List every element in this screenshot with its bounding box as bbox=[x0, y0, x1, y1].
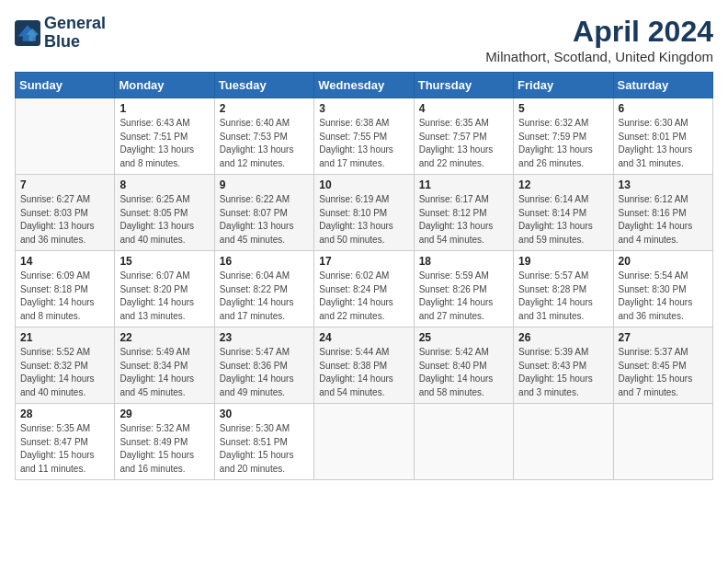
day-info: Sunrise: 6:32 AMSunset: 7:59 PMDaylight:… bbox=[518, 117, 608, 170]
calendar-day-cell: 14Sunrise: 6:09 AMSunset: 8:18 PMDayligh… bbox=[16, 251, 115, 327]
calendar-day-cell: 27Sunrise: 5:37 AMSunset: 8:45 PMDayligh… bbox=[613, 327, 712, 404]
day-number: 28 bbox=[20, 408, 109, 420]
calendar-day-cell: 8Sunrise: 6:25 AMSunset: 8:05 PMDaylight… bbox=[115, 175, 214, 251]
day-info: Sunrise: 5:54 AMSunset: 8:30 PMDaylight:… bbox=[619, 270, 708, 323]
day-number: 27 bbox=[619, 331, 708, 344]
col-header-monday: Monday bbox=[115, 73, 214, 98]
calendar-day-cell: 22Sunrise: 5:49 AMSunset: 8:34 PMDayligh… bbox=[115, 327, 214, 404]
logo-icon bbox=[15, 20, 40, 46]
calendar-day-cell: 28Sunrise: 5:35 AMSunset: 8:47 PMDayligh… bbox=[16, 404, 115, 480]
day-number: 17 bbox=[319, 255, 408, 268]
calendar-day-cell: 11Sunrise: 6:17 AMSunset: 8:12 PMDayligh… bbox=[414, 175, 513, 251]
location: Milnathort, Scotland, United Kingdom bbox=[485, 49, 713, 64]
day-number: 16 bbox=[220, 255, 309, 268]
calendar-week-row: 1Sunrise: 6:43 AMSunset: 7:51 PMDaylight… bbox=[16, 98, 713, 175]
day-info: Sunrise: 6:40 AMSunset: 7:53 PMDaylight:… bbox=[220, 117, 309, 170]
day-info: Sunrise: 6:07 AMSunset: 8:20 PMDaylight:… bbox=[119, 270, 209, 323]
col-header-friday: Friday bbox=[514, 73, 613, 98]
calendar-day-cell: 15Sunrise: 6:07 AMSunset: 8:20 PMDayligh… bbox=[115, 251, 214, 327]
day-info: Sunrise: 6:04 AMSunset: 8:22 PMDaylight:… bbox=[220, 270, 309, 323]
calendar-day-cell: 26Sunrise: 5:39 AMSunset: 8:43 PMDayligh… bbox=[514, 327, 613, 404]
calendar-day-cell: 4Sunrise: 6:35 AMSunset: 7:57 PMDaylight… bbox=[414, 98, 513, 175]
day-info: Sunrise: 5:35 AMSunset: 8:47 PMDaylight:… bbox=[20, 422, 109, 476]
calendar-day-cell: 9Sunrise: 6:22 AMSunset: 8:07 PMDaylight… bbox=[214, 175, 313, 251]
day-number: 12 bbox=[518, 178, 608, 191]
day-info: Sunrise: 5:57 AMSunset: 8:28 PMDaylight:… bbox=[518, 270, 608, 323]
day-number: 24 bbox=[319, 331, 408, 344]
month-title: April 2024 bbox=[485, 15, 713, 49]
day-info: Sunrise: 5:39 AMSunset: 8:43 PMDaylight:… bbox=[518, 346, 608, 399]
logo-line2: Blue bbox=[44, 33, 106, 52]
day-info: Sunrise: 5:52 AMSunset: 8:32 PMDaylight:… bbox=[20, 346, 109, 399]
day-info: Sunrise: 5:59 AMSunset: 8:26 PMDaylight:… bbox=[419, 270, 508, 323]
day-info: Sunrise: 5:47 AMSunset: 8:36 PMDaylight:… bbox=[220, 346, 309, 399]
logo-line1: General bbox=[44, 15, 106, 33]
calendar-day-cell: 5Sunrise: 6:32 AMSunset: 7:59 PMDaylight… bbox=[514, 98, 613, 175]
day-info: Sunrise: 6:19 AMSunset: 8:10 PMDaylight:… bbox=[319, 193, 408, 247]
col-header-saturday: Saturday bbox=[613, 73, 712, 98]
calendar-day-cell: 25Sunrise: 5:42 AMSunset: 8:40 PMDayligh… bbox=[414, 327, 513, 404]
calendar-day-cell: 3Sunrise: 6:38 AMSunset: 7:55 PMDaylight… bbox=[314, 98, 414, 175]
day-info: Sunrise: 5:44 AMSunset: 8:38 PMDaylight:… bbox=[319, 346, 408, 399]
day-number: 21 bbox=[20, 331, 109, 344]
title-block: April 2024 Milnathort, Scotland, United … bbox=[485, 15, 713, 64]
day-number: 19 bbox=[518, 255, 608, 268]
day-number: 10 bbox=[319, 178, 408, 191]
day-info: Sunrise: 6:27 AMSunset: 8:03 PMDaylight:… bbox=[20, 193, 109, 247]
calendar-day-cell: 21Sunrise: 5:52 AMSunset: 8:32 PMDayligh… bbox=[16, 327, 115, 404]
day-info: Sunrise: 6:12 AMSunset: 8:16 PMDaylight:… bbox=[619, 193, 708, 247]
day-info: Sunrise: 5:49 AMSunset: 8:34 PMDaylight:… bbox=[119, 346, 209, 399]
calendar-day-cell bbox=[16, 98, 115, 175]
day-info: Sunrise: 5:30 AMSunset: 8:51 PMDaylight:… bbox=[220, 422, 309, 476]
logo: General Blue bbox=[15, 15, 106, 52]
calendar-day-cell bbox=[414, 404, 513, 480]
day-number: 23 bbox=[220, 331, 309, 344]
calendar-day-cell: 12Sunrise: 6:14 AMSunset: 8:14 PMDayligh… bbox=[514, 175, 613, 251]
day-number: 26 bbox=[518, 331, 608, 344]
day-info: Sunrise: 6:35 AMSunset: 7:57 PMDaylight:… bbox=[419, 117, 508, 170]
day-number: 13 bbox=[619, 178, 708, 191]
day-number: 6 bbox=[619, 102, 708, 115]
day-info: Sunrise: 5:42 AMSunset: 8:40 PMDaylight:… bbox=[419, 346, 508, 399]
calendar-day-cell: 6Sunrise: 6:30 AMSunset: 8:01 PMDaylight… bbox=[613, 98, 712, 175]
calendar-week-row: 7Sunrise: 6:27 AMSunset: 8:03 PMDaylight… bbox=[16, 175, 713, 251]
day-info: Sunrise: 5:32 AMSunset: 8:49 PMDaylight:… bbox=[119, 422, 209, 476]
calendar-table: SundayMondayTuesdayWednesdayThursdayFrid… bbox=[15, 72, 713, 480]
day-info: Sunrise: 6:25 AMSunset: 8:05 PMDaylight:… bbox=[119, 193, 209, 247]
day-number: 29 bbox=[119, 408, 209, 420]
calendar-day-cell bbox=[314, 404, 414, 480]
day-info: Sunrise: 6:38 AMSunset: 7:55 PMDaylight:… bbox=[319, 117, 408, 170]
day-number: 15 bbox=[119, 255, 209, 268]
day-info: Sunrise: 6:17 AMSunset: 8:12 PMDaylight:… bbox=[419, 193, 508, 247]
calendar-week-row: 14Sunrise: 6:09 AMSunset: 8:18 PMDayligh… bbox=[16, 251, 713, 327]
day-number: 20 bbox=[619, 255, 708, 268]
col-header-sunday: Sunday bbox=[16, 73, 115, 98]
calendar-day-cell: 20Sunrise: 5:54 AMSunset: 8:30 PMDayligh… bbox=[613, 251, 712, 327]
day-number: 7 bbox=[20, 178, 109, 191]
day-info: Sunrise: 6:43 AMSunset: 7:51 PMDaylight:… bbox=[119, 117, 209, 170]
calendar-day-cell: 13Sunrise: 6:12 AMSunset: 8:16 PMDayligh… bbox=[613, 175, 712, 251]
calendar-day-cell: 16Sunrise: 6:04 AMSunset: 8:22 PMDayligh… bbox=[214, 251, 313, 327]
day-info: Sunrise: 5:37 AMSunset: 8:45 PMDaylight:… bbox=[619, 346, 708, 399]
day-number: 14 bbox=[20, 255, 109, 268]
calendar-day-cell: 18Sunrise: 5:59 AMSunset: 8:26 PMDayligh… bbox=[414, 251, 513, 327]
day-number: 1 bbox=[119, 102, 209, 115]
day-number: 4 bbox=[419, 102, 508, 115]
day-number: 18 bbox=[419, 255, 508, 268]
day-info: Sunrise: 6:14 AMSunset: 8:14 PMDaylight:… bbox=[518, 193, 608, 247]
calendar-day-cell: 10Sunrise: 6:19 AMSunset: 8:10 PMDayligh… bbox=[314, 175, 414, 251]
calendar-day-cell: 30Sunrise: 5:30 AMSunset: 8:51 PMDayligh… bbox=[214, 404, 313, 480]
day-number: 8 bbox=[119, 178, 209, 191]
day-number: 9 bbox=[220, 178, 309, 191]
col-header-wednesday: Wednesday bbox=[314, 73, 414, 98]
calendar-week-row: 28Sunrise: 5:35 AMSunset: 8:47 PMDayligh… bbox=[16, 404, 713, 480]
calendar-day-cell bbox=[514, 404, 613, 480]
calendar-header-row: SundayMondayTuesdayWednesdayThursdayFrid… bbox=[16, 73, 713, 98]
calendar-day-cell bbox=[613, 404, 712, 480]
calendar-day-cell: 29Sunrise: 5:32 AMSunset: 8:49 PMDayligh… bbox=[115, 404, 214, 480]
day-info: Sunrise: 6:22 AMSunset: 8:07 PMDaylight:… bbox=[220, 193, 309, 247]
day-info: Sunrise: 6:09 AMSunset: 8:18 PMDaylight:… bbox=[20, 270, 109, 323]
col-header-thursday: Thursday bbox=[414, 73, 513, 98]
day-number: 30 bbox=[220, 408, 309, 420]
day-info: Sunrise: 6:30 AMSunset: 8:01 PMDaylight:… bbox=[619, 117, 708, 170]
